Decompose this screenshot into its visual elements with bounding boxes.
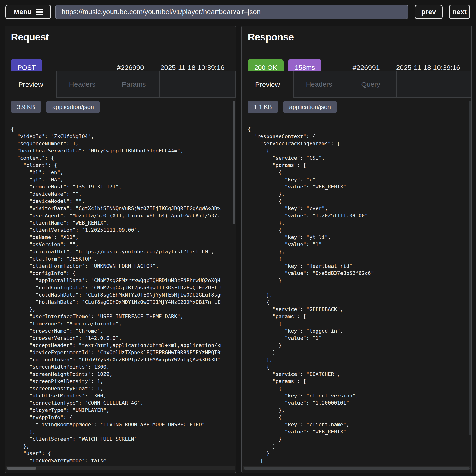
code-line: "tvAppInfo": { [11,414,221,421]
code-line: }, [248,407,458,414]
code-line: { [248,320,458,327]
tab-row-filler [160,71,236,98]
tab-headers[interactable]: Headers [57,71,108,98]
code-line: "acceptHeader": "text/html,application/x… [11,342,221,349]
code-line: "videoId": "ZkCUfoNgIO4", [11,133,221,140]
code-line: { [11,125,221,133]
request-timestamp: 2025-11-18 10:39:16 [160,64,224,72]
code-line: "livingRoomAppMode": "LIVING_ROOM_APP_MO… [11,421,221,428]
tab-params[interactable]: Params [108,71,160,98]
code-line: { [248,125,458,133]
code-line: "serviceTrackingParams": [ [248,140,458,147]
hamburger-icon [36,9,43,15]
code-line: { [248,414,458,421]
tab-preview[interactable]: Preview [5,71,57,98]
code-line: ] [248,284,458,291]
code-line: "userInterfaceTheme": "USER_INTERFACE_TH… [11,313,221,320]
code-line: "client": { [11,162,221,169]
code-line: "appInstallData": "CNbM7sgGEMzrzxwQgpTQH… [11,277,221,284]
request-size-badge: 3.9 KB [11,101,41,113]
code-line: } [248,435,458,442]
code-line: } [248,450,458,457]
code-line: "hl": "en", [11,169,221,176]
tab-row-filler [397,71,471,98]
code-line: "playerType": "UNIPLAYER", [11,407,221,414]
code-line: } [248,342,458,349]
code-line: { [248,226,458,234]
code-line: "value": "1.20000101" [248,399,458,407]
code-line: "deviceMake": "", [11,190,221,198]
code-line: "value": "WEB_REMIX" [248,183,458,190]
code-line: "service": "GFEEDBACK", [248,306,458,313]
code-line: "userAgent": "Mozilla/5.0 (X11; Linux x8… [11,212,221,219]
request-tab-row: PreviewHeadersParams [5,71,236,98]
code-line: "originalUrl": "https://music.youtube.co… [11,248,221,255]
code-line: "params": [ [248,162,458,169]
request-body-json[interactable]: { "videoId": "ZkCUfoNgIO4", "sequenceNum… [11,125,221,467]
code-line: "osName": "X11", [11,234,221,241]
code-line: "heartbeatServerData": "MDxyCwjopfLIBhDb… [11,147,221,154]
request-panel: Request POST #226990 2025-11-18 10:39:16… [5,26,236,473]
tab-preview[interactable]: Preview [242,71,293,98]
code-line: "key": "Heartbeat_rid", [248,262,458,270]
tab-query[interactable]: Query [345,71,397,98]
response-id: #226991 [353,64,380,72]
request-horizontal-scrollbar-thumb[interactable] [7,467,36,470]
url-input[interactable] [55,5,408,19]
response-horizontal-scrollbar-track[interactable] [243,466,471,470]
code-line: ] [248,349,458,356]
code-line: "sequenceNumber": 1, [11,140,221,147]
code-line: "clientFormFactor": "UNKNOWN_FORM_FACTOR… [11,262,221,270]
code-line: } [248,277,458,284]
code-line: "coldConfigData": "CNbM7sgGGjJBT2pGb3gwT… [11,284,221,291]
code-line: "rolloutToken": "CO7b9Yyk3cXrZBDP1p7v9J6… [11,356,221,363]
response-timestamp: 2025-11-18 10:39:16 [396,64,460,72]
code-line: "clientName": "WEB_REMIX", [11,219,221,226]
code-line: "value": "1.20251111.09.00" [248,212,458,219]
code-line: { [248,255,458,262]
code-line: "platform": "DESKTOP", [11,255,221,262]
code-line: "value": "0xe5d837e8b52f62c6" [248,270,458,277]
code-line: }, [11,306,221,313]
code-line: }, [248,356,458,363]
code-line: "key": "yt_li", [248,234,458,241]
code-line: }, [11,428,221,435]
code-line: "connectionType": "CONN_CELLULAR_4G", [11,399,221,407]
request-horizontal-scrollbar-track[interactable] [6,466,235,470]
tab-headers[interactable]: Headers [293,71,345,98]
response-body-json[interactable]: { "responseContext": { "serviceTrackingP… [248,125,458,467]
code-line: "user": { [11,450,221,457]
code-line: "utcOffsetMinutes": -300, [11,392,221,399]
code-line: "lockedSafetyMode": false [11,457,221,464]
code-line: "osVersion": "", [11,241,221,248]
response-content-type-badge: application/json [283,101,337,113]
code-line: "browserVersion": "142.0.0.0", [11,334,221,342]
code-line: "key": "c", [248,176,458,183]
response-tab-row: PreviewHeadersQuery [242,71,471,98]
code-line: }, [248,291,458,298]
response-horizontal-scrollbar-thumb[interactable] [244,467,470,470]
menu-button[interactable]: Menu [5,5,51,19]
code-line: "gl": "MA", [11,176,221,183]
request-vertical-scrollbar[interactable] [233,101,236,224]
response-panel: Response 200 OK 158ms #226991 2025-11-18… [241,26,472,473]
code-line: { [248,363,458,371]
code-line: "responseContext": { [248,133,458,140]
code-line: "screenHeightPoints": 1029, [11,371,221,378]
code-line: "visitorData": "CgtXc1hiSENNQnVuRSjWzO7I… [11,205,221,212]
code-line: }, [248,248,458,255]
code-line: "screenPixelDensity": 1, [11,378,221,385]
code-line: "value": "1" [248,334,458,342]
code-line: "params": [ [248,378,458,385]
response-size-badge: 1.1 KB [248,101,278,113]
code-line: "screenWidthPoints": 1300, [11,363,221,371]
code-line: "key": "logged_in", [248,327,458,334]
code-line: "key": "cver", [248,205,458,212]
code-line: { [248,169,458,176]
prev-button[interactable]: prev [415,5,442,19]
code-line: ] [248,442,458,450]
code-line: "clientScreen": "WATCH_FULL_SCREEN" [11,435,221,442]
next-button[interactable]: next [449,5,470,19]
code-line: }, [248,190,458,198]
response-vertical-scrollbar[interactable] [469,101,471,435]
